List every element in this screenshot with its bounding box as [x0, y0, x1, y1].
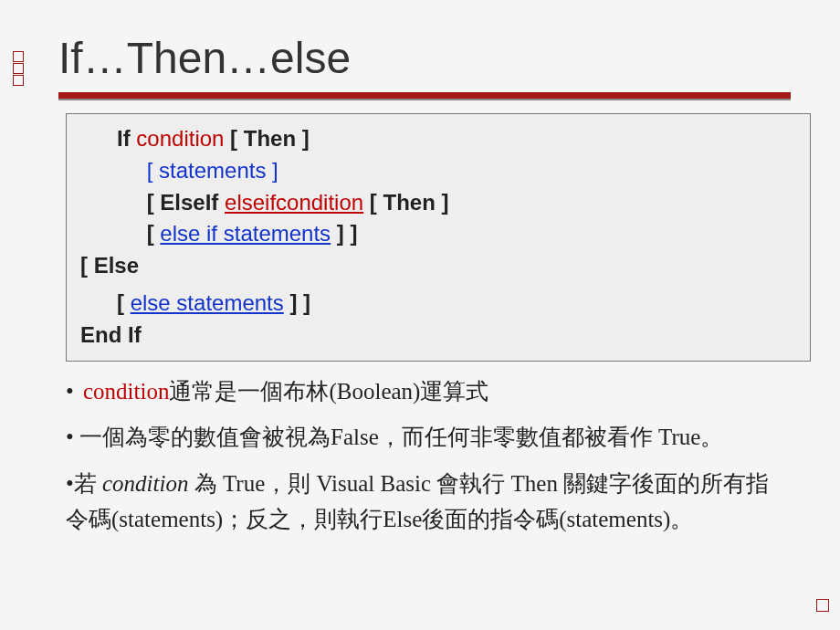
code-line-1: If condition [ Then ]: [117, 123, 795, 155]
gutter-box: [13, 75, 24, 86]
slide: If…Then…else If condition [ Then ] [ sta…: [0, 0, 840, 630]
bracket-close: ] ]: [337, 221, 358, 246]
corner-decor: [816, 599, 829, 612]
note-3a: •若: [66, 471, 102, 496]
bullet: •: [66, 379, 79, 404]
var-else-statements: else statements: [131, 290, 284, 315]
var-statements: [ statements ]: [147, 158, 278, 183]
bracket-close2: ] ]: [289, 290, 310, 315]
gutter-box: [13, 51, 24, 62]
kw-then: [ Then ]: [230, 126, 310, 151]
kw-then2: [ Then ]: [370, 190, 449, 215]
code-line-4: [ else if statements ] ]: [117, 218, 795, 250]
note-condition: condition: [83, 379, 169, 404]
kw-if: If: [117, 126, 131, 151]
code-line-7: End If: [80, 320, 795, 352]
var-elseif-statements: else if statements: [160, 221, 331, 246]
gutter-box: [13, 63, 24, 74]
code-line-5: [ Else: [80, 250, 795, 282]
kw-else: [ Else: [80, 253, 139, 278]
note-2: • 一個為零的數值會被視為False，而任何非零數值都被看作 True。: [66, 420, 772, 456]
note-2-text: • 一個為零的數值會被視為False，而任何非零數值都被看作 True。: [66, 425, 723, 449]
left-gutter-decor: [13, 51, 24, 87]
bracket-open: [: [147, 221, 154, 246]
note-1-text: 通常是一個布林(Boolean)運算式: [169, 379, 488, 404]
bracket-open2: [: [117, 290, 124, 315]
note-3: •若 condition 為 True，則 Visual Basic 會執行 T…: [66, 467, 772, 538]
var-elseifcondition: elseifcondition: [225, 190, 363, 215]
title-rule: [58, 92, 791, 100]
var-condition: condition: [136, 126, 224, 151]
slide-title: If…Then…else: [58, 33, 791, 83]
rule-red: [58, 92, 791, 99]
syntax-box: If condition [ Then ] [ statements ] [ E…: [66, 113, 811, 362]
code-line-6: [ else statements ] ]: [117, 288, 795, 320]
code-line-2: [ statements ]: [117, 155, 795, 187]
note-1: • condition通常是一個布林(Boolean)運算式: [66, 374, 772, 410]
note-3-condition: condition: [102, 471, 188, 496]
kw-elseif: [ ElseIf: [147, 190, 219, 215]
rule-gray: [58, 99, 791, 100]
code-line-3: [ ElseIf elseifcondition [ Then ]: [117, 187, 795, 219]
kw-endif: End If: [80, 322, 142, 347]
